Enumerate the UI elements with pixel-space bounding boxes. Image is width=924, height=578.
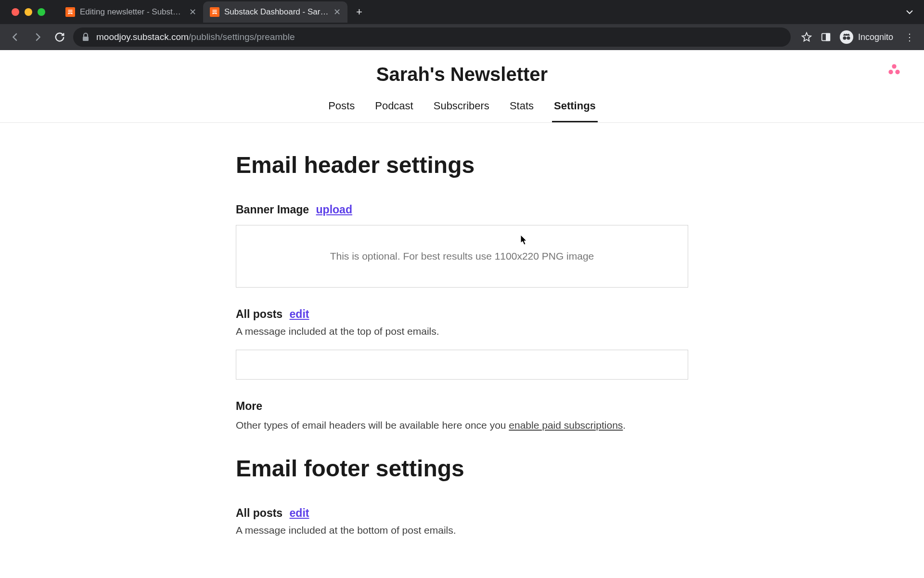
nav-tab-subscribers[interactable]: Subscribers: [432, 93, 491, 122]
tab-bar: Editing newsletter - Substack ✕ Substack…: [0, 0, 924, 24]
setting-description: A message included at the top of post em…: [236, 326, 688, 337]
section-title-header: Email header settings: [236, 152, 688, 178]
settings-content: Email header settings Banner Image uploa…: [226, 123, 698, 536]
enable-paid-subscriptions-link[interactable]: enable paid subscriptions: [509, 420, 623, 431]
svg-point-9: [847, 37, 850, 40]
minimize-window-button[interactable]: [25, 8, 32, 16]
svg-rect-7: [826, 34, 830, 41]
substack-logo-icon[interactable]: [887, 64, 901, 79]
browser-tab[interactable]: Editing newsletter - Substack ✕: [59, 1, 203, 23]
back-button[interactable]: [7, 28, 24, 46]
site-title: Sarah's Newsletter: [376, 64, 548, 85]
incognito-label: Incognito: [858, 32, 893, 42]
header-message-input[interactable]: [236, 350, 688, 380]
nav-tabs: Posts Podcast Subscribers Stats Settings: [0, 93, 924, 123]
reload-button[interactable]: [51, 28, 68, 46]
upload-link[interactable]: upload: [316, 203, 352, 216]
page-content: Sarah's Newsletter Posts Podcast Subscri…: [0, 50, 924, 578]
close-tab-icon[interactable]: ✕: [189, 8, 196, 16]
substack-favicon-icon: [210, 7, 219, 17]
nav-tab-podcast[interactable]: Podcast: [373, 93, 415, 122]
svg-rect-0: [68, 10, 73, 11]
panel-icon[interactable]: [821, 32, 831, 42]
section-title-footer: Email footer settings: [236, 455, 688, 482]
nav-tab-stats[interactable]: Stats: [508, 93, 536, 122]
maximize-window-button[interactable]: [38, 8, 45, 16]
setting-label: More: [236, 400, 262, 412]
svg-point-8: [843, 37, 846, 40]
more-text: Other types of email headers will be ava…: [236, 420, 688, 431]
setting-label: Banner Image: [236, 203, 309, 216]
close-tab-icon[interactable]: ✕: [334, 8, 341, 16]
svg-point-12: [888, 70, 893, 74]
svg-point-11: [892, 64, 896, 68]
setting-all-posts-header: All posts edit A message included at the…: [236, 308, 688, 380]
setting-banner-image: Banner Image upload This is optional. Fo…: [236, 203, 688, 288]
nav-tab-settings[interactable]: Settings: [552, 93, 598, 122]
close-window-button[interactable]: [12, 8, 19, 16]
incognito-badge[interactable]: Incognito: [840, 30, 893, 44]
nav-tab-posts[interactable]: Posts: [326, 93, 357, 122]
forward-button[interactable]: [29, 28, 46, 46]
svg-rect-1: [68, 12, 73, 13]
toolbar-right: Incognito ⋮: [801, 30, 917, 44]
dropzone-placeholder: This is optional. For best results use 1…: [330, 250, 594, 262]
window-controls: [12, 8, 45, 16]
page-header: Sarah's Newsletter: [0, 50, 924, 93]
substack-favicon-icon: [65, 7, 75, 17]
svg-rect-3: [213, 12, 217, 13]
banner-dropzone[interactable]: This is optional. For best results use 1…: [236, 225, 688, 288]
setting-more: More Other types of email headers will b…: [236, 400, 688, 431]
tab-title: Editing newsletter - Substack: [80, 7, 184, 17]
edit-link[interactable]: edit: [290, 308, 309, 320]
address-bar[interactable]: moodjoy.substack.com/publish/settings/pr…: [73, 27, 791, 47]
incognito-icon: [840, 30, 853, 44]
browser-tab-active[interactable]: Substack Dashboard - Sarah's ✕: [203, 1, 347, 23]
browser-toolbar: moodjoy.substack.com/publish/settings/pr…: [0, 24, 924, 50]
browser-chrome: Editing newsletter - Substack ✕ Substack…: [0, 0, 924, 50]
svg-point-13: [895, 70, 899, 74]
setting-label: All posts: [236, 308, 282, 320]
tab-title: Substack Dashboard - Sarah's: [224, 7, 329, 17]
svg-rect-2: [213, 10, 217, 11]
setting-all-posts-footer: All posts edit A message included at the…: [236, 507, 688, 536]
svg-rect-4: [83, 37, 89, 41]
svg-rect-10: [846, 38, 847, 39]
browser-menu-icon[interactable]: ⋮: [902, 31, 917, 43]
new-tab-button[interactable]: +: [356, 6, 362, 18]
tabs-dropdown-icon[interactable]: [906, 10, 913, 14]
bookmark-icon[interactable]: [801, 32, 812, 42]
edit-link[interactable]: edit: [290, 507, 309, 519]
lock-icon: [82, 33, 90, 41]
setting-label: All posts: [236, 507, 282, 519]
url-text: moodjoy.substack.com/publish/settings/pr…: [96, 32, 295, 42]
setting-description: A message included at the bottom of post…: [236, 525, 688, 536]
